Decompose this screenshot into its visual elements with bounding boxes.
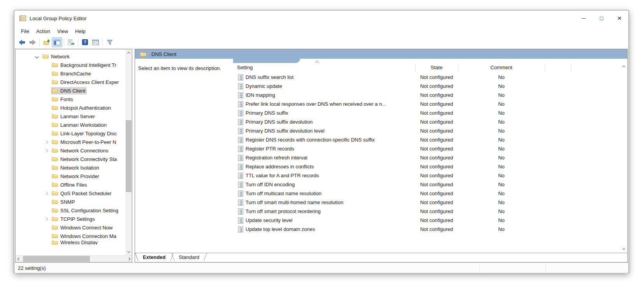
setting-rows: DNS suffix search list Not configured No [233,72,627,234]
tree-item[interactable]: Link-Layer Topology Disc [16,129,132,138]
view-tab[interactable]: Standard [175,253,204,262]
chevron-down-icon[interactable] [35,54,39,58]
tree-item[interactable]: BranchCache [16,69,132,78]
setting-row[interactable]: Register PTR records Not configured No [233,144,627,153]
tree-item[interactable]: Windows Connect Now [16,223,132,232]
setting-row[interactable]: DNS suffix search list Not configured No [233,73,627,82]
setting-name: Primary DNS suffix devolution [246,119,312,125]
setting-row[interactable]: Prefer link local responses over DNS whe… [233,100,627,108]
setting-name: Update security level [246,217,293,223]
tree-item[interactable]: Windows Connection Ma [16,232,132,240]
tree-item[interactable]: Network Connectivity Sta [16,155,132,163]
setting-row[interactable]: Primary DNS suffix Not configured No [233,108,627,117]
column-divider[interactable] [545,64,545,72]
help-button[interactable]: ? [80,37,90,47]
setting-name: Primary DNS suffix devolution level [246,128,325,134]
setting-row[interactable]: Primary DNS suffix devolution Not config… [233,117,627,126]
maximize-button[interactable]: □ [593,10,611,26]
folder-icon [52,199,58,204]
tree-horizontal-scrollbar[interactable] [16,255,132,262]
tree-item[interactable]: Network Connections [16,146,132,155]
tree-item[interactable]: Fonts [16,95,132,103]
column-header-setting[interactable]: Setting [237,65,253,70]
tree-children: Background Intelligent Tr Bran [16,61,132,245]
tree-item[interactable]: Background Intelligent Tr [16,61,132,69]
tree-item[interactable]: Wireless Display [16,240,132,245]
scroll-down-icon[interactable] [621,246,627,252]
setting-row[interactable]: Turn off smart multi-homed name resoluti… [233,198,627,207]
scroll-up-icon[interactable] [621,63,627,70]
tree-item[interactable]: Microsoft Peer-to-Peer N [16,138,132,146]
tree-item-label: Lanman Workstation [60,122,107,128]
up-one-level-button[interactable] [41,37,52,47]
tree-item[interactable]: Network Isolation [16,163,132,172]
export-list-button[interactable] [66,37,76,47]
menu-item[interactable]: View [54,27,72,35]
setting-state: Not configured [415,83,458,89]
column-header-comment[interactable]: Comment [458,65,545,70]
view-tab[interactable]: Extended [139,253,170,262]
tree-item[interactable]: DNS Client [16,86,132,95]
setting-row[interactable]: IDN mapping Not configured No [233,91,627,100]
policy-setting-icon [238,74,243,80]
tree-item[interactable]: SSL Configuration Setting [16,206,132,215]
scrollbar-thumb[interactable] [23,256,90,262]
setting-row[interactable]: Turn off multicast name resolution Not c… [233,189,627,198]
tree-item-label: Link-Layer Topology Disc [60,131,117,136]
tree-item-label: Wireless Display [60,240,98,245]
setting-row[interactable]: Replace addresses in conflicts Not confi… [233,162,627,171]
setting-state: Not configured [415,110,458,116]
tree-item[interactable]: QoS Packet Scheduler [16,189,132,198]
tree-item[interactable]: Lanman Server [16,112,132,121]
chevron-right-icon[interactable] [44,149,48,152]
setting-row[interactable]: Update top level domain zones Not config… [233,225,627,234]
scroll-up-icon[interactable] [125,49,132,56]
console-tree-panel: Network Background I [15,49,132,262]
show-action-pane-button[interactable] [90,37,101,47]
close-button[interactable]: × [611,10,628,26]
menu-item[interactable]: Help [72,27,89,35]
tree-vertical-scrollbar[interactable] [125,49,132,255]
setting-row[interactable]: Registration refresh interval Not config… [233,153,627,162]
tree-item[interactable]: Network Provider [16,172,132,180]
setting-row[interactable]: Update security level Not configured No [233,216,627,225]
tree-item[interactable]: SNMP [16,198,132,206]
tree-item[interactable]: TCPIP Settings [16,215,132,223]
list-vertical-scrollbar[interactable] [621,63,627,252]
column-header-state[interactable]: State [415,65,458,70]
tree-item[interactable]: Hotspot Authentication [16,103,132,112]
minimize-button[interactable]: ─ [575,10,593,26]
scroll-right-icon[interactable] [125,255,132,262]
chevron-right-icon[interactable] [44,217,48,221]
folder-icon [52,80,58,84]
tree-item[interactable]: Offline Files [16,180,132,189]
show-console-tree-button[interactable] [52,37,62,47]
setting-row[interactable]: Turn off IDN encoding Not configured No [233,180,627,189]
filter-button[interactable] [104,37,115,47]
menu-item[interactable]: File [18,27,33,35]
setting-row[interactable]: TTL value for A and PTR records Not conf… [233,171,627,180]
setting-row[interactable]: Primary DNS suffix devolution level Not … [233,126,627,135]
column-divider[interactable] [458,64,458,72]
chevron-right-icon[interactable] [44,140,48,144]
setting-row[interactable]: Dynamic update Not configured No [233,82,627,91]
back-button[interactable] [17,37,27,47]
forward-button[interactable] [27,37,38,47]
setting-name: IDN mapping [246,92,275,98]
scroll-down-icon[interactable] [125,248,132,255]
tree-item[interactable]: Lanman Workstation [16,121,132,129]
scroll-left-icon[interactable] [16,255,22,262]
statusbar-divider [479,264,480,271]
title-bar[interactable]: Local Group Policy Editor ─ □ × [14,10,628,26]
sort-ascending-icon[interactable] [315,61,319,65]
tree-item-label: Fonts [60,96,73,102]
tree-item-network-root[interactable]: Network [16,52,132,61]
tree-item[interactable]: DirectAccess Client Exper [16,78,132,86]
column-divider[interactable] [571,64,571,72]
chevron-right-icon[interactable] [44,191,48,195]
menu-item[interactable]: Action [33,27,54,35]
scrollbar-thumb[interactable] [126,120,132,192]
setting-row[interactable]: Register DNS records with connection-spe… [233,135,627,144]
setting-row[interactable]: Turn off smart protocol reordering Not c… [233,207,627,216]
column-divider[interactable] [415,64,416,72]
